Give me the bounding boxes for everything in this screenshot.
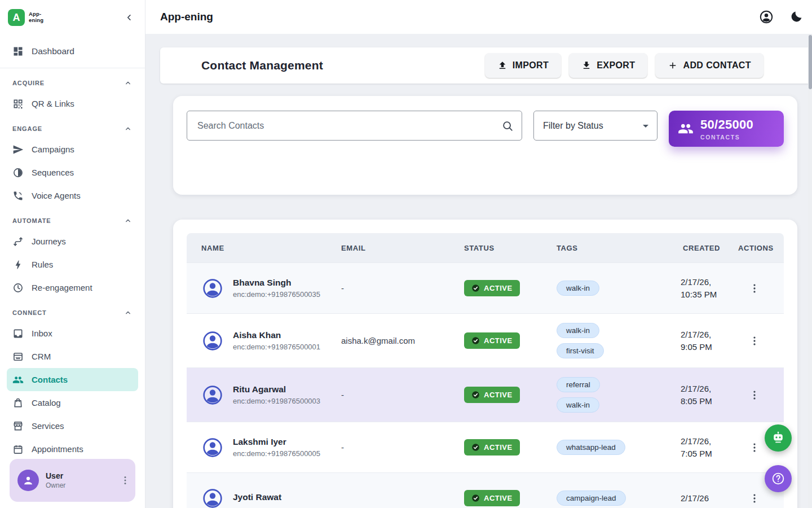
sidebar-item-sequences[interactable]: Sequences (7, 161, 138, 184)
tag-pill: whatsapp-lead (557, 440, 625, 455)
check-circle-icon (471, 284, 480, 292)
contact-created: 2/17/26, 10:35 PM (673, 263, 728, 313)
help-icon (771, 471, 785, 486)
contact-phone: enc:demo:+919876500003 (233, 397, 320, 405)
sidebar-item-rules[interactable]: Rules (7, 253, 138, 276)
table-row[interactable]: Ritu Agarwal enc:demo:+919876500003 - AC… (187, 367, 784, 422)
user-info: User Owner (46, 471, 113, 489)
sidebar-item-label: Contacts (32, 375, 68, 384)
check-circle-icon (471, 443, 480, 452)
sidebar-item-journeys[interactable]: Journeys (7, 230, 138, 253)
sidebar-item-campaigns[interactable]: Campaigns (7, 138, 138, 161)
section-label: CONNECT (12, 309, 47, 316)
sidebar-section: ACQUIRE QR & Links (7, 69, 138, 115)
table-row[interactable]: Lakshmi Iyer enc:demo:+919876500005 - AC… (187, 422, 784, 472)
sidebar-item-catalog[interactable]: Catalog (7, 391, 138, 414)
column-header-tags: TAGS (546, 233, 673, 262)
created-time: 9:05 PM (681, 341, 712, 353)
sidebar-item-label: CRM (32, 352, 51, 361)
sidebar-item-re-engagement[interactable]: Re-engagement (7, 276, 138, 299)
sidebar-section-acquire[interactable]: ACQUIRE (7, 69, 138, 92)
sidebar-item-qr-links[interactable]: QR & Links (7, 92, 138, 115)
search-icon (501, 120, 514, 132)
section-label: AUTOMATE (12, 217, 51, 224)
add-contact-button[interactable]: ADD CONTACT (655, 53, 764, 78)
row-actions-menu[interactable] (748, 492, 761, 505)
contact-avatar-icon (201, 277, 224, 300)
help-button[interactable] (765, 465, 792, 492)
dashboard-icon (12, 46, 24, 57)
contacts-count-label: CONTACTS (700, 134, 753, 141)
contact-tags: whatsapp-lead (546, 422, 673, 472)
people-icon (12, 374, 24, 386)
contact-email: - (331, 263, 454, 313)
clock-icon (12, 282, 24, 294)
sidebar-item-label: Voice Agents (32, 191, 81, 200)
tag-pill: walk-in (557, 281, 599, 296)
row-actions-menu[interactable] (748, 282, 761, 295)
contact-avatar-icon (201, 487, 224, 508)
status-filter-select[interactable]: Filter by Status (533, 111, 657, 141)
sidebar-item-services[interactable]: Services (7, 414, 138, 437)
tag-pill: first-visit (557, 343, 604, 358)
column-header-name: NAME (187, 233, 331, 262)
contact-email: - (331, 422, 454, 472)
import-button[interactable]: IMPORT (485, 53, 562, 78)
dark-mode-toggle[interactable] (789, 10, 803, 24)
topbar: App-ening (145, 0, 812, 34)
table-row[interactable]: Aisha Khan enc:demo:+919876500001 aisha.… (187, 313, 784, 367)
row-actions-menu[interactable] (748, 389, 761, 401)
sidebar-section-automate[interactable]: AUTOMATE (7, 207, 138, 230)
row-actions-menu[interactable] (748, 335, 761, 347)
contrast-icon (12, 167, 24, 178)
send-icon (12, 144, 24, 155)
row-actions-menu[interactable] (748, 441, 761, 454)
contact-tags: walk-in (546, 263, 673, 313)
contacts-table-card: NAME EMAIL STATUS TAGS CREATED ACTIONS B… (173, 220, 797, 508)
contacts-count-value: 50/25000 (700, 117, 753, 132)
sidebar-collapse-button[interactable] (121, 10, 137, 25)
search-contacts-input[interactable] (196, 120, 496, 132)
table-row[interactable]: Bhavna Singh enc:demo:+919876500035 - AC… (187, 262, 784, 313)
sidebar-item-crm[interactable]: CRM (7, 345, 138, 368)
account-icon[interactable] (759, 10, 774, 24)
sidebar-item-dashboard[interactable]: Dashboard (7, 38, 138, 64)
contact-email: - (331, 368, 454, 422)
export-button[interactable]: EXPORT (569, 53, 647, 78)
status-badge: ACTIVE (464, 439, 520, 456)
download-icon (581, 60, 592, 71)
inbox-icon (12, 328, 24, 339)
page-header: Contact Management IMPORT EXPORT ADD CON… (160, 47, 812, 84)
sidebar-item-inbox[interactable]: Inbox (7, 322, 138, 345)
plus-icon (668, 60, 678, 71)
sidebar-item-label: Journeys (32, 237, 66, 246)
sidebar-header: A App- ening (0, 0, 145, 35)
sidebar-section: CONNECT Inbox CRM Contacts Catalog Servi… (7, 299, 138, 461)
scrollbar-track (808, 34, 812, 508)
section-label: ACQUIRE (12, 80, 45, 86)
support-bot-button[interactable] (765, 424, 792, 452)
contact-created: 2/17/26, 8:05 PM (673, 368, 728, 422)
chevron-up-icon (123, 308, 133, 317)
status-badge: ACTIVE (464, 332, 520, 349)
scrollbar-thumb[interactable] (809, 35, 812, 89)
tag-pill: walk-in (557, 397, 599, 413)
user-name: User (46, 471, 113, 480)
table-body: Bhavna Singh enc:demo:+919876500035 - AC… (187, 262, 784, 508)
table-row[interactable]: Jyoti Rawat ACTIVE campaign-lead 2/17/26 (187, 472, 784, 508)
sidebar-section-engage[interactable]: ENGAGE (7, 115, 138, 138)
sidebar-item-contacts[interactable]: Contacts (7, 368, 138, 391)
section-label: ENGAGE (12, 125, 42, 132)
caret-down-icon (639, 119, 652, 133)
sidebar-item-appointments[interactable]: Appointments (7, 437, 138, 461)
sidebar-section-connect[interactable]: CONNECT (7, 299, 138, 322)
app-logo-icon: A (8, 9, 25, 26)
contact-email (331, 473, 454, 508)
sidebar-item-label: Appointments (32, 444, 83, 454)
user-menu-button[interactable] (120, 475, 131, 486)
sidebar-item-label: Re-engagement (32, 283, 92, 292)
contact-name: Aisha Khan (233, 330, 320, 340)
tag-pill: walk-in (557, 323, 599, 338)
contact-avatar-icon (201, 384, 224, 406)
sidebar-item-voice-agents[interactable]: Voice Agents (7, 184, 138, 207)
